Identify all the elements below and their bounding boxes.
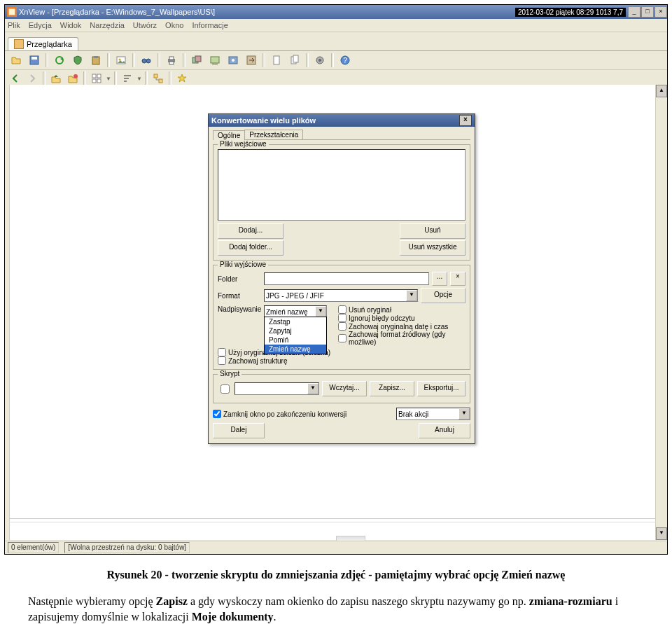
chk-script-enable[interactable] — [220, 384, 230, 394]
next-button[interactable]: Dalej — [213, 423, 265, 438]
chk-close-after[interactable]: Zamknij okno po zakończeniu konwersji — [213, 410, 346, 418]
batch-convert-dialog: Konwertowanie wielu plików × Ogólne Prze… — [208, 113, 475, 444]
horizontal-scrollbar[interactable] — [9, 518, 656, 522]
page-icon[interactable] — [268, 52, 285, 69]
open-icon[interactable] — [8, 52, 24, 69]
folder-icon — [14, 39, 24, 49]
svg-rect-1 — [9, 9, 15, 15]
slideshow-icon[interactable] — [206, 52, 223, 69]
cancel-button[interactable]: Anuluj — [419, 423, 470, 438]
end-action-combo[interactable]: Brak akcji ▼ — [396, 408, 470, 420]
menu-tools[interactable]: Narzędzia — [90, 21, 125, 29]
svg-rect-21 — [274, 56, 279, 64]
overwrite-option-ask[interactable]: Zapytaj — [265, 326, 326, 335]
help-icon[interactable]: ? — [337, 52, 354, 69]
dropdown-arrow-icon[interactable]: ▼ — [106, 76, 111, 82]
pages-icon[interactable] — [286, 52, 303, 69]
options-button[interactable]: Opcje — [421, 288, 465, 303]
recurse-icon[interactable] — [150, 71, 166, 86]
svg-point-25 — [318, 59, 321, 62]
maximize-button[interactable]: □ — [641, 6, 654, 18]
browse-button[interactable]: ... — [432, 272, 447, 286]
svg-rect-31 — [92, 79, 96, 83]
fieldset-input-files: Pliki wejściowe Dodaj... Dodaj folder...… — [213, 144, 470, 261]
document-tabs: Przeglądarka — [5, 32, 667, 51]
capture-icon[interactable] — [225, 52, 241, 69]
scroll-down-icon[interactable]: ▼ — [656, 527, 667, 540]
sort-icon[interactable] — [120, 71, 135, 86]
titlebar: XnView - [Przeglądarka - E:\Windows_7_Wa… — [5, 5, 667, 19]
chk-ignore-errors[interactable]: Ignoruj błędy odczytu — [338, 314, 465, 322]
menu-edit[interactable]: Edycja — [29, 21, 52, 29]
dialog-titlebar[interactable]: Konwertowanie wielu plików × — [209, 114, 475, 127]
dialog-close-button[interactable]: × — [459, 115, 472, 126]
export-script-button[interactable]: Eksportuj... — [417, 381, 465, 396]
chk-delete-original[interactable]: Usuń oryginał — [338, 305, 465, 314]
tab-browser[interactable]: Przeglądarka — [8, 37, 78, 50]
svg-text:?: ? — [343, 57, 347, 64]
svg-rect-17 — [212, 64, 218, 64]
thumbs-icon[interactable] — [89, 71, 104, 86]
settings-icon[interactable] — [312, 52, 328, 69]
tab-general[interactable]: Ogólne — [213, 130, 245, 140]
remove-all-button[interactable]: Usuń wszystkie — [400, 240, 465, 256]
left-gutter[interactable] — [5, 85, 10, 540]
chk-keep-date[interactable]: Zachowaj oryginalną datę i czas — [338, 322, 465, 331]
chk-use-original-path[interactable]: Użyj oryginalnej ścieżki (ścieżka) — [218, 348, 465, 356]
window-title: XnView - [Przeglądarka - E:\Windows_7_Wa… — [19, 8, 515, 16]
convert-icon[interactable] — [243, 52, 260, 69]
menu-view[interactable]: Widok — [60, 21, 82, 29]
svg-rect-6 — [94, 56, 98, 58]
format-value: JPG - JPEG / JFIF — [266, 292, 324, 300]
folder-input[interactable] — [264, 272, 429, 285]
forward-icon[interactable] — [24, 71, 40, 86]
close-button[interactable]: × — [654, 6, 667, 18]
shield-icon[interactable] — [69, 52, 86, 69]
menu-file[interactable]: Plik — [8, 21, 20, 29]
vertical-scrollbar[interactable]: ▲ ▼ — [655, 85, 667, 540]
refresh-icon[interactable] — [51, 52, 68, 69]
image-icon[interactable] — [113, 52, 130, 69]
svg-point-9 — [142, 59, 146, 63]
load-script-button[interactable]: Wczytaj... — [322, 381, 367, 396]
save-icon[interactable] — [26, 52, 43, 69]
new-folder-icon[interactable] — [65, 71, 80, 86]
overwrite-option-replace[interactable]: Zastąp — [265, 317, 326, 326]
overwrite-option-skip[interactable]: Pomiń — [265, 335, 326, 345]
overwrite-option-rename[interactable]: Zmień nazwę — [265, 345, 326, 354]
menu-create[interactable]: Utwórz — [133, 21, 157, 29]
chk-keep-structure[interactable]: Zachowaj strukturę — [218, 356, 465, 365]
label-folder: Folder — [218, 275, 261, 283]
batch-icon[interactable] — [188, 52, 205, 69]
star-icon[interactable] — [174, 71, 190, 86]
script-combo[interactable]: ▼ — [234, 382, 319, 395]
svg-rect-30 — [97, 74, 101, 78]
clear-button[interactable]: × — [450, 272, 465, 286]
svg-rect-16 — [211, 57, 219, 63]
chk-keep-source-format[interactable]: Zachowaj format źródłowy (gdy możliwe) — [338, 331, 465, 346]
binoculars-icon[interactable] — [138, 52, 155, 69]
minimize-button[interactable]: _ — [628, 6, 640, 18]
dropdown-arrow-icon[interactable]: ▼ — [136, 76, 142, 82]
back-icon[interactable] — [8, 71, 23, 86]
add-folder-button[interactable]: Dodaj folder... — [218, 240, 284, 256]
scroll-up-icon[interactable]: ▲ — [656, 85, 667, 97]
print-icon[interactable] — [163, 52, 180, 69]
format-combo[interactable]: JPG - JPEG / JFIF ▼ — [264, 289, 418, 302]
overwrite-value: Zmień nazwę — [266, 308, 307, 316]
menu-info[interactable]: Informacje — [192, 21, 227, 29]
tab-label: Przeglądarka — [27, 40, 72, 48]
svg-rect-33 — [154, 74, 158, 78]
input-files-listbox[interactable] — [218, 149, 465, 221]
svg-rect-3 — [31, 57, 37, 60]
up-folder-icon[interactable] — [48, 71, 64, 86]
legend-script: Skrypt — [218, 370, 241, 377]
svg-point-28 — [74, 74, 78, 78]
paste-icon[interactable] — [88, 52, 104, 69]
add-button[interactable]: Dodaj... — [218, 223, 284, 239]
tab-transform[interactable]: Przekształcenia — [244, 130, 303, 139]
menu-window[interactable]: Okno — [165, 21, 183, 29]
label-format: Format — [218, 292, 261, 300]
save-script-button[interactable]: Zapisz... — [370, 381, 414, 396]
remove-button[interactable]: Usuń — [400, 223, 465, 239]
